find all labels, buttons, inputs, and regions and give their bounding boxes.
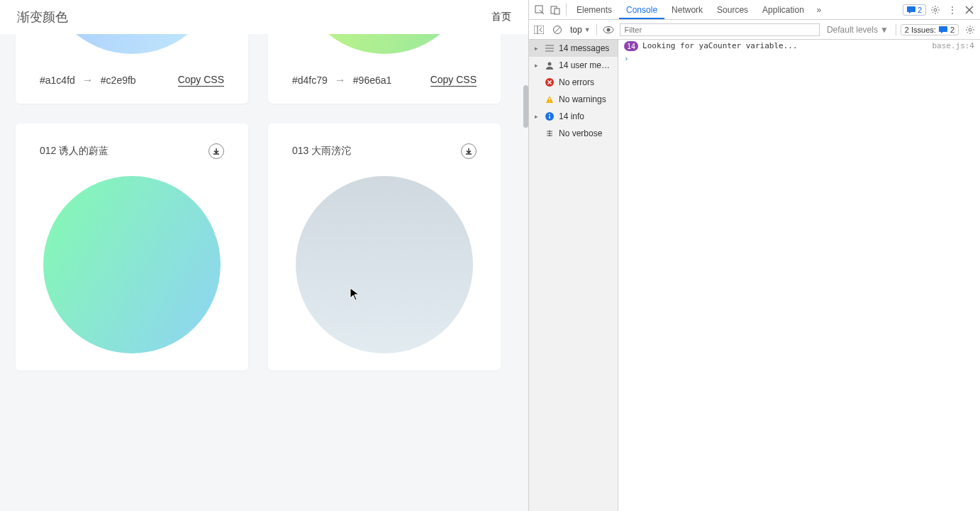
- svg-point-16: [548, 62, 552, 66]
- devtools-panel: Elements Console Network Sources Applica…: [528, 0, 980, 511]
- sidebar-warnings[interactable]: No warnings: [529, 91, 618, 108]
- warning-icon: [545, 94, 555, 104]
- page-content: 渐变颜色 首页 #a1c4fd → #c2e9fb Copy CSS: [0, 0, 528, 511]
- log-source[interactable]: base.js:4: [932, 41, 974, 51]
- chevron-right-icon: ▸: [535, 62, 540, 69]
- svg-point-21: [549, 114, 550, 116]
- sidebar-verbose[interactable]: No verbose: [529, 125, 618, 142]
- feedback-button[interactable]: 2: [903, 4, 926, 16]
- sidebar-info[interactable]: ▸ 14 info: [529, 108, 618, 125]
- sidebar-user-messages[interactable]: ▸ 14 user me…: [529, 57, 618, 74]
- gradient-card: 013 大雨滂沱: [268, 123, 501, 370]
- svg-rect-2: [555, 9, 559, 14]
- inspect-icon[interactable]: [532, 5, 547, 15]
- arrow-icon: →: [335, 74, 346, 87]
- svg-point-19: [549, 101, 550, 102]
- color-codes: #d4fc79 → #96e6a1: [292, 74, 391, 87]
- svg-point-10: [606, 28, 610, 31]
- gradient-swatch: [296, 176, 473, 353]
- filter-input[interactable]: [620, 23, 820, 36]
- arrow-icon: →: [82, 74, 94, 87]
- download-icon: [465, 148, 472, 155]
- user-icon: [545, 60, 555, 70]
- tab-elements[interactable]: Elements: [569, 1, 619, 19]
- tab-sources[interactable]: Sources: [710, 1, 755, 19]
- levels-selector[interactable]: Default levels▼: [827, 25, 889, 35]
- tab-console[interactable]: Console: [619, 1, 664, 19]
- tab-application[interactable]: Application: [755, 1, 811, 19]
- more-tabs-icon[interactable]: »: [811, 5, 827, 15]
- console-toolbar: top▼ Default levels▼ 2 Issues: 2: [529, 20, 980, 40]
- close-icon[interactable]: [962, 6, 977, 14]
- page-title: 渐变颜色: [17, 9, 68, 26]
- console-sidebar: ▸ 14 messages ▸ 14 user me… No errors No…: [529, 40, 618, 511]
- verbose-icon: [545, 128, 555, 138]
- gradient-swatch: [43, 176, 221, 353]
- live-expression-icon[interactable]: [601, 26, 616, 34]
- clear-console-icon[interactable]: [550, 25, 564, 35]
- log-count-badge: 14: [624, 41, 638, 51]
- log-message: Looking for yaCounter variable...: [642, 41, 932, 51]
- chat-icon: [907, 6, 915, 13]
- chat-icon: [939, 26, 947, 33]
- card-title: 012 诱人的蔚蓝: [40, 145, 108, 158]
- console-prompt[interactable]: ›: [618, 53, 980, 65]
- sidebar-messages[interactable]: ▸ 14 messages: [529, 40, 618, 57]
- color-to: #c2e9fb: [101, 75, 136, 86]
- gradient-card: 012 诱人的蔚蓝: [16, 123, 248, 370]
- download-button[interactable]: [461, 143, 477, 159]
- copy-css-button[interactable]: Copy CSS: [178, 74, 224, 87]
- issues-button[interactable]: 2 Issues: 2: [901, 24, 959, 35]
- settings-icon[interactable]: [928, 5, 943, 15]
- color-to: #96e6a1: [353, 75, 392, 86]
- tab-network[interactable]: Network: [664, 1, 710, 19]
- svg-line-8: [555, 27, 560, 33]
- toggle-sidebar-icon[interactable]: [532, 26, 546, 34]
- console-log: 14 Looking for yaCounter variable... bas…: [618, 40, 980, 511]
- download-button[interactable]: [208, 143, 224, 159]
- color-from: #a1c4fd: [40, 75, 75, 86]
- svg-point-12: [969, 28, 971, 31]
- kebab-icon[interactable]: ⋮: [945, 5, 960, 15]
- copy-css-button[interactable]: Copy CSS: [430, 74, 477, 87]
- chevron-down-icon: ▼: [584, 26, 591, 33]
- home-link[interactable]: 首页: [491, 11, 511, 23]
- svg-rect-11: [939, 26, 947, 32]
- color-from: #d4fc79: [292, 75, 328, 86]
- chevron-down-icon: ▼: [880, 25, 889, 35]
- svg-rect-5: [534, 26, 544, 34]
- content-area: #a1c4fd → #c2e9fb Copy CSS #d4fc79 → #96…: [0, 0, 528, 511]
- card-title: 013 大雨滂沱: [292, 145, 351, 158]
- list-icon: [545, 43, 555, 53]
- color-codes: #a1c4fd → #c2e9fb: [40, 74, 136, 87]
- card-grid: #a1c4fd → #c2e9fb Copy CSS #d4fc79 → #96…: [0, 0, 528, 370]
- settings-icon[interactable]: [963, 25, 977, 35]
- site-header: 渐变颜色 首页: [0, 0, 528, 34]
- svg-rect-3: [907, 6, 915, 12]
- log-row[interactable]: 14 Looking for yaCounter variable... bas…: [618, 40, 980, 53]
- svg-point-4: [934, 9, 937, 11]
- chevron-right-icon: ▸: [535, 113, 540, 120]
- error-icon: [545, 77, 555, 87]
- chevron-right-icon: ▸: [535, 45, 540, 52]
- console-main: ▸ 14 messages ▸ 14 user me… No errors No…: [529, 40, 980, 511]
- device-toggle-icon[interactable]: [547, 5, 563, 15]
- download-icon: [213, 148, 220, 155]
- info-icon: [545, 111, 555, 121]
- context-selector[interactable]: top▼: [569, 25, 592, 35]
- sidebar-errors[interactable]: No errors: [529, 74, 618, 91]
- devtools-tabs: Elements Console Network Sources Applica…: [529, 0, 980, 20]
